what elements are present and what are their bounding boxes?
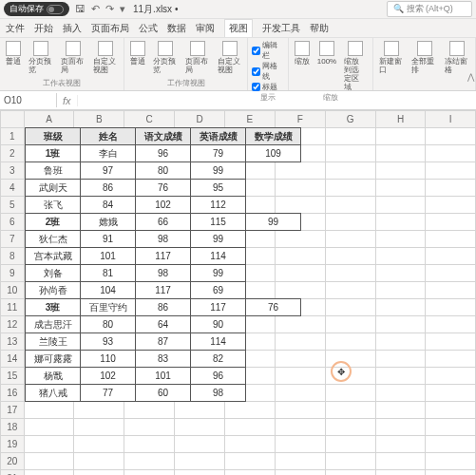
cell[interactable] (74, 402, 124, 419)
data-cell[interactable]: 117 (136, 248, 191, 265)
header-cell[interactable]: 数学成绩 (246, 128, 301, 145)
cell[interactable] (175, 470, 225, 476)
cell[interactable] (426, 470, 476, 476)
cell[interactable] (275, 453, 325, 470)
cell[interactable] (375, 128, 426, 145)
menu-插入[interactable]: 插入 (63, 22, 82, 35)
cell[interactable] (375, 419, 426, 436)
undo-icon[interactable]: ↶ (91, 3, 100, 15)
ribbon-新建窗口[interactable]: 新建窗口 (377, 40, 406, 75)
cell[interactable] (375, 197, 426, 214)
cell[interactable] (325, 145, 375, 162)
cell[interactable] (24, 453, 74, 470)
cell[interactable] (175, 436, 225, 453)
ribbon-普通[interactable]: 普通 (128, 40, 147, 66)
data-cell[interactable]: 69 (191, 282, 246, 299)
cell[interactable] (74, 470, 124, 476)
cell[interactable] (275, 470, 325, 476)
cell[interactable] (375, 368, 426, 385)
chk-网格线[interactable] (252, 67, 260, 76)
data-cell[interactable]: 86 (81, 180, 136, 197)
row-17[interactable]: 17 (1, 402, 25, 419)
row-8[interactable]: 8 (1, 248, 25, 265)
cell[interactable] (74, 419, 124, 436)
data-cell[interactable]: 84 (81, 197, 136, 214)
cell[interactable] (124, 402, 175, 419)
ribbon-页面布局[interactable]: 页面布局 (183, 40, 212, 75)
class-cell[interactable]: 2班 (26, 214, 81, 231)
data-cell[interactable]: 77 (81, 385, 136, 402)
col-A[interactable]: A (24, 111, 74, 128)
data-cell[interactable]: 成吉思汗 (26, 316, 81, 333)
cell[interactable] (426, 402, 476, 419)
cell[interactable] (325, 128, 375, 145)
cell[interactable] (325, 402, 375, 419)
cell[interactable] (325, 265, 375, 282)
data-cell[interactable]: 79 (191, 145, 246, 162)
ribbon-冻结窗格[interactable]: 冻结窗格 (443, 40, 471, 75)
data-cell[interactable]: 117 (191, 299, 246, 316)
data-cell[interactable]: 101 (81, 248, 136, 265)
cell[interactable] (426, 316, 476, 333)
cell[interactable] (426, 333, 476, 351)
header-cell[interactable]: 语文成绩 (136, 128, 191, 145)
data-cell[interactable]: 66 (136, 214, 191, 231)
cell[interactable] (325, 197, 375, 214)
data-cell[interactable]: 115 (191, 214, 246, 231)
cell[interactable] (175, 419, 225, 436)
cell[interactable] (275, 419, 325, 436)
data-cell[interactable]: 102 (136, 197, 191, 214)
data-cell[interactable]: 80 (136, 162, 191, 180)
row-7[interactable]: 7 (1, 231, 25, 248)
data-cell[interactable]: 91 (81, 231, 136, 248)
cell[interactable] (325, 282, 375, 299)
data-cell[interactable]: 60 (136, 385, 191, 402)
row-12[interactable]: 12 (1, 316, 25, 333)
menu-公式[interactable]: 公式 (139, 22, 158, 35)
menu-文件[interactable]: 文件 (6, 22, 25, 35)
cell[interactable] (375, 351, 426, 368)
cell[interactable] (325, 180, 375, 197)
cell[interactable] (325, 419, 375, 436)
menu-页面布局[interactable]: 页面布局 (91, 22, 129, 35)
data-cell[interactable]: 98 (136, 265, 191, 282)
col-C[interactable]: C (124, 111, 175, 128)
cell[interactable] (325, 214, 375, 231)
cell[interactable] (375, 316, 426, 333)
data-cell[interactable]: 114 (191, 333, 246, 351)
row-1[interactable]: 1 (1, 128, 25, 145)
data-cell[interactable]: 99 (246, 214, 301, 231)
cell[interactable] (426, 385, 476, 402)
cell[interactable] (325, 470, 375, 476)
data-cell[interactable]: 102 (81, 368, 136, 385)
cell[interactable] (375, 385, 426, 402)
cell[interactable] (175, 402, 225, 419)
autosave-toggle[interactable]: 自动保存 (4, 2, 69, 16)
data-cell[interactable]: 98 (136, 231, 191, 248)
cell[interactable] (426, 265, 476, 282)
cell[interactable] (74, 436, 124, 453)
data-cell[interactable]: 鲁班 (26, 162, 81, 180)
cell[interactable] (375, 333, 426, 351)
data-cell[interactable]: 76 (246, 299, 301, 316)
data-cell[interactable]: 99 (191, 162, 246, 180)
cell[interactable] (426, 145, 476, 162)
cell[interactable] (375, 402, 426, 419)
cell[interactable] (325, 453, 375, 470)
data-cell[interactable]: 95 (191, 180, 246, 197)
cell[interactable] (426, 197, 476, 214)
cell[interactable] (375, 282, 426, 299)
data-cell[interactable]: 93 (81, 333, 136, 351)
cell[interactable] (325, 333, 375, 351)
cell[interactable] (375, 180, 426, 197)
col-H[interactable]: H (375, 111, 426, 128)
ribbon-分页预览[interactable]: 分页预览 (27, 40, 55, 75)
col-I[interactable]: I (426, 111, 476, 128)
ribbon-collapse-icon[interactable]: ⋀ (467, 72, 474, 82)
data-cell[interactable]: 刘备 (26, 265, 81, 282)
name-box[interactable]: O10 (0, 93, 57, 107)
cell[interactable] (375, 470, 426, 476)
cell[interactable] (426, 180, 476, 197)
row-13[interactable]: 13 (1, 333, 25, 351)
cell[interactable] (325, 351, 375, 368)
